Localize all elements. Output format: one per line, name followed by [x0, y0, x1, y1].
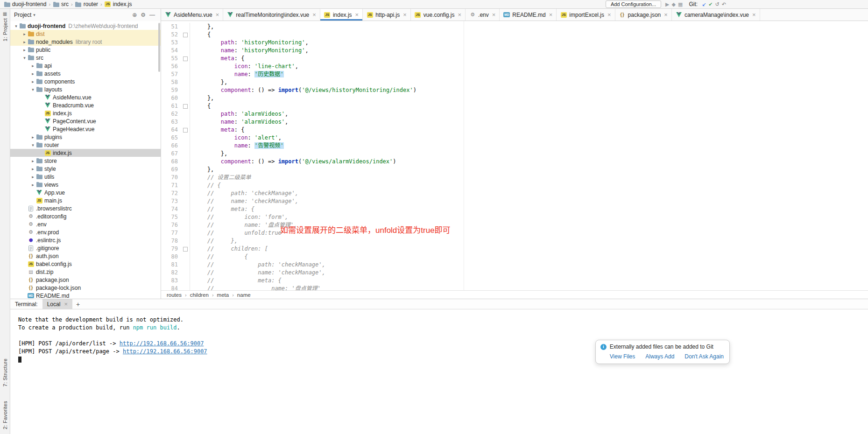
debug-icon[interactable]: ◆ — [672, 2, 676, 7]
close-icon[interactable]: × — [492, 11, 496, 18]
tree-item-index-js[interactable]: JSindex.js — [10, 109, 161, 117]
tree-item-readme-md[interactable]: MDREADME.md — [10, 292, 161, 299]
tree-caret-icon[interactable]: ▸ — [30, 63, 36, 68]
notification-action-view-files[interactable]: View Files — [610, 353, 635, 360]
terminal-body[interactable]: Note that the development build is not o… — [10, 309, 868, 434]
notification-action-don-t-ask-again[interactable]: Don't Ask Again — [685, 353, 724, 360]
tree-item-api[interactable]: ▸api — [10, 62, 161, 70]
tree-item-components[interactable]: ▸components — [10, 77, 161, 85]
editor[interactable]: 51 },52 {53 path: 'historyMonitoring',54… — [161, 21, 868, 290]
tree-item-breadcrumb-vue[interactable]: Breadcrumb.vue — [10, 101, 161, 109]
close-icon[interactable]: × — [312, 11, 316, 18]
terminal-link[interactable]: http://192.168.66.56:9007 — [123, 348, 207, 355]
tree-caret-icon[interactable]: ▸ — [30, 135, 36, 140]
tree-caret-icon[interactable]: ▸ — [30, 167, 36, 171]
coverage-icon[interactable]: ▦ — [678, 2, 683, 7]
locate-icon[interactable]: ⊕ — [130, 12, 139, 18]
add-configuration-button[interactable]: Add Configuration... — [606, 0, 661, 8]
tab-asidemenu-vue[interactable]: AsideMenu.vue× — [161, 9, 223, 21]
editor-breadcrumb-routes[interactable]: routes — [167, 292, 182, 298]
tab-http-api-js[interactable]: JShttp-api.js× — [363, 9, 411, 21]
tree-item-eslintrc-js[interactable]: ⬢.eslintrc.js — [10, 236, 161, 244]
editor-breadcrumb-children[interactable]: children — [190, 292, 209, 298]
editor-breadcrumb-name[interactable]: name — [237, 292, 251, 298]
notification-action-always-add[interactable]: Always Add — [645, 353, 674, 360]
tree-caret-icon[interactable]: ▾ — [30, 87, 36, 92]
tree-item-editorconfig[interactable]: ⚙.editorconfig — [10, 212, 161, 220]
tab-realtimemonitoring-index-vue[interactable]: realTimeMonitoring\index.vue× — [223, 9, 320, 21]
tree-caret-icon[interactable]: ▸ — [21, 40, 28, 44]
tree-item-utils[interactable]: ▸utils — [10, 173, 161, 181]
tab-env[interactable]: ⚙.env× — [466, 9, 500, 21]
tool-button-favorites[interactable]: 2: Favorites — [2, 401, 8, 429]
tree-item-index-js[interactable]: JSindex.js — [10, 149, 161, 157]
tree-item-env[interactable]: ⚙.env — [10, 220, 161, 228]
terminal-link[interactable]: http://192.168.66.56:9007 — [120, 340, 204, 347]
tree-item-main-js[interactable]: JSmain.js — [10, 196, 161, 204]
close-icon[interactable]: × — [752, 11, 756, 18]
fold-marker[interactable] — [181, 245, 190, 253]
tree-item-router[interactable]: ▾router — [10, 141, 161, 149]
tree-item-store[interactable]: ▸store — [10, 157, 161, 165]
tree-item-app-vue[interactable]: App.vue — [10, 189, 161, 196]
tree-item-duoji-frontend[interactable]: ▾duoji-frontendD:\zheheWeb\duoji-fronten… — [10, 22, 161, 30]
editor-breadcrumb-meta[interactable]: meta — [217, 292, 229, 298]
hide-panel-icon[interactable]: — — [148, 12, 157, 18]
tree-item-auth-json[interactable]: { }auth.json — [10, 252, 161, 260]
tree-caret-icon[interactable]: ▾ — [30, 143, 36, 147]
tool-button-structure[interactable]: 7: Structure — [2, 358, 8, 386]
breadcrumb-item-index-js[interactable]: JSindex.js — [105, 1, 132, 7]
tool-button-project[interactable]: 1: Project — [2, 18, 8, 41]
close-icon[interactable]: × — [64, 301, 68, 308]
tree-caret-icon[interactable]: ▾ — [13, 24, 19, 28]
tab-cameramanage-index-vue[interactable]: cameraManage\index.vue× — [672, 9, 760, 21]
tree-item-gitignore[interactable]: .gitignore — [10, 244, 161, 252]
tree-caret-icon[interactable]: ▾ — [21, 56, 28, 60]
tree-item-pageheader-vue[interactable]: PageHeader.vue — [10, 125, 161, 133]
close-icon[interactable]: × — [355, 11, 359, 18]
tab-importexcel-js[interactable]: JSimportExcel.js× — [557, 9, 615, 21]
close-icon[interactable]: × — [664, 11, 668, 18]
fold-marker[interactable] — [181, 31, 190, 39]
tree-item-layouts[interactable]: ▾layouts — [10, 85, 161, 93]
close-icon[interactable]: × — [549, 11, 553, 18]
breadcrumb-item-src[interactable]: src — [53, 1, 69, 7]
new-terminal-button[interactable]: + — [72, 299, 84, 309]
tree-item-node-modules[interactable]: ▸node_moduleslibrary root — [10, 38, 161, 46]
fold-marker[interactable] — [181, 55, 190, 63]
tree-item-dist-zip[interactable]: ▤dist.zip — [10, 268, 161, 276]
tab-package-json[interactable]: { }package.json× — [615, 9, 672, 21]
run-icon[interactable]: ▶ — [665, 2, 669, 7]
git-commit-icon[interactable]: ✔ — [708, 2, 713, 7]
git-rollback-icon[interactable]: ↶ — [722, 2, 726, 7]
tree-item-package-json[interactable]: { }package.json — [10, 276, 161, 284]
tab-index-js[interactable]: JSindex.js× — [320, 9, 363, 21]
tree-caret-icon[interactable]: ▸ — [21, 32, 28, 36]
terminal-tab-local[interactable]: Local× — [42, 299, 72, 309]
settings-icon[interactable]: ⚙ — [139, 12, 148, 18]
tree-item-style[interactable]: ▸style — [10, 165, 161, 173]
tree-item-dist[interactable]: ▸dist — [10, 30, 161, 38]
git-history-icon[interactable]: ↺ — [715, 2, 720, 7]
tree-item-package-lock-json[interactable]: { }package-lock.json — [10, 284, 161, 292]
project-view-selector[interactable]: Project ▾ — [14, 12, 35, 18]
tree-item-babel-config-js[interactable]: JSbabel.config.js — [10, 260, 161, 268]
tree-item-asidemenu-vue[interactable]: AsideMenu.vue — [10, 93, 161, 101]
tree-item-public[interactable]: ▸public — [10, 46, 161, 54]
tree-item-views[interactable]: ▸views — [10, 181, 161, 189]
tree-caret-icon[interactable]: ▸ — [30, 79, 36, 84]
tree-caret-icon[interactable]: ▸ — [30, 175, 36, 179]
tree-item-plugins[interactable]: ▸plugins — [10, 133, 161, 141]
close-icon[interactable]: × — [403, 11, 407, 18]
tree-item-env-prod[interactable]: ⚙.env.prod — [10, 228, 161, 236]
tree-caret-icon[interactable]: ▸ — [21, 48, 28, 52]
git-update-icon[interactable]: ↙ — [702, 2, 706, 7]
tab-vue-config-js[interactable]: JSvue.config.js× — [411, 9, 466, 21]
tab-readme-md[interactable]: MDREADME.md× — [500, 9, 557, 21]
tree-caret-icon[interactable]: ▸ — [30, 159, 36, 163]
tree-caret-icon[interactable]: ▸ — [30, 71, 36, 76]
tree-caret-icon[interactable]: ▸ — [30, 182, 36, 187]
tree-item-browserslistrc[interactable]: .browserslistrc — [10, 204, 161, 212]
tree-item-assets[interactable]: ▸assets — [10, 70, 161, 77]
fold-marker[interactable] — [181, 126, 190, 134]
